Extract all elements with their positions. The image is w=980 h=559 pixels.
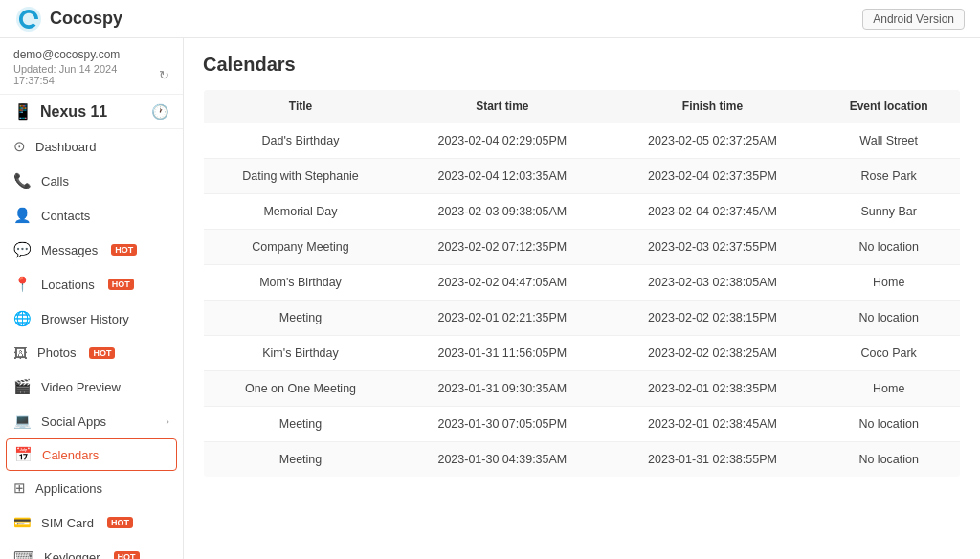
- cell-finish: 2023-02-04 02:37:45AM: [608, 194, 818, 230]
- cell-start: 2023-02-04 12:03:35AM: [397, 159, 608, 194]
- hot-badge: HOT: [108, 279, 134, 290]
- sidebar-label-photos: Photos: [37, 346, 76, 360]
- clock-icon: 🕐: [151, 103, 169, 121]
- calendars-icon: 📅: [14, 446, 33, 463]
- sidebar-item-video-preview[interactable]: 🎬Video Preview: [0, 369, 183, 404]
- sidebar-item-social-apps[interactable]: 💻Social Apps›: [0, 404, 183, 438]
- hot-badge: HOT: [111, 244, 137, 256]
- cell-finish: 2023-01-31 02:38:55PM: [608, 442, 818, 478]
- contacts-icon: 👤: [13, 207, 32, 224]
- cell-finish: 2023-02-03 02:37:55PM: [608, 230, 818, 265]
- sidebar-label-dashboard: Dashboard: [35, 140, 97, 154]
- cell-title: Meeting: [204, 301, 398, 336]
- sidebar-label-locations: Locations: [41, 278, 95, 292]
- table-column-header: Start time: [397, 90, 608, 123]
- table-row: One on One Meeting2023-01-31 09:30:35AM2…: [204, 371, 961, 407]
- sidebar-label-browser-history: Browser History: [41, 312, 129, 326]
- cell-title: Kim's Birthday: [204, 336, 398, 371]
- nav-list: ⊙Dashboard📞Calls👤Contacts💬MessagesHOT📍Lo…: [0, 129, 183, 559]
- calls-icon: 📞: [13, 172, 32, 190]
- android-version-button[interactable]: Android Version: [862, 9, 965, 30]
- page-title: Calendars: [203, 54, 961, 76]
- keylogger-icon: ⌨: [13, 548, 34, 559]
- table-column-header: Finish time: [608, 90, 818, 123]
- cell-title: Dating with Stephanie: [204, 159, 398, 194]
- main-layout: demo@cocospy.com Updated: Jun 14 2024 17…: [0, 38, 980, 559]
- cell-start: 2023-02-02 04:47:05AM: [397, 265, 608, 301]
- cell-title: One on One Meeting: [204, 371, 398, 407]
- cell-location: Coco Park: [817, 336, 960, 371]
- cell-finish: 2023-02-02 02:38:15PM: [608, 301, 818, 336]
- nav-arrow-icon: ›: [166, 415, 169, 427]
- table-header: TitleStart timeFinish timeEvent location: [204, 90, 961, 123]
- content-area: Calendars TitleStart timeFinish timeEven…: [184, 38, 980, 559]
- table-column-header: Title: [204, 90, 398, 123]
- sidebar-item-applications[interactable]: ⊞Applications: [0, 471, 183, 505]
- sidebar-label-video-preview: Video Preview: [41, 380, 121, 394]
- hot-badge: HOT: [89, 347, 115, 359]
- cell-finish: 2023-02-04 02:37:35PM: [608, 159, 818, 194]
- table-row: Mom's Birthday2023-02-02 04:47:05AM2023-…: [204, 265, 961, 301]
- sidebar-label-applications: Applications: [35, 481, 102, 496]
- sidebar-item-calls[interactable]: 📞Calls: [0, 164, 183, 198]
- sidebar-item-sim-card[interactable]: 💳SIM CardHOT: [0, 505, 183, 540]
- messages-icon: 💬: [13, 241, 32, 258]
- cell-title: Meeting: [204, 442, 398, 478]
- sidebar-item-photos[interactable]: 🖼PhotosHOT: [0, 336, 183, 369]
- cell-location: Sunny Bar: [817, 194, 960, 230]
- table-column-header: Event location: [817, 90, 960, 123]
- cell-title: Dad's Birthday: [204, 123, 398, 159]
- cell-start: 2023-01-30 04:39:35AM: [397, 442, 608, 478]
- cell-finish: 2023-02-02 02:38:25AM: [608, 336, 818, 371]
- sidebar-item-calendars[interactable]: 📅Calendars: [6, 438, 177, 471]
- device-name: Nexus 11: [40, 103, 107, 121]
- cell-finish: 2023-02-05 02:37:25AM: [608, 123, 818, 159]
- social-apps-icon: 💻: [13, 413, 32, 430]
- table-row: Meeting2023-01-30 07:05:05PM2023-02-01 0…: [204, 407, 961, 442]
- sidebar-item-browser-history[interactable]: 🌐Browser History: [0, 302, 183, 336]
- cell-finish: 2023-02-01 02:38:35PM: [608, 371, 818, 407]
- sidebar-item-dashboard[interactable]: ⊙Dashboard: [0, 129, 183, 164]
- applications-icon: ⊞: [13, 480, 26, 497]
- cell-title: Mom's Birthday: [204, 265, 398, 301]
- sidebar-label-social-apps: Social Apps: [41, 414, 106, 429]
- sidebar-item-contacts[interactable]: 👤Contacts: [0, 198, 183, 233]
- cell-location: No location: [817, 407, 960, 442]
- video-preview-icon: 🎬: [13, 378, 32, 395]
- sidebar-label-calls: Calls: [41, 174, 69, 189]
- table-row: Dad's Birthday2023-02-04 02:29:05PM2023-…: [204, 123, 961, 159]
- top-bar: Cocospy Android Version: [0, 0, 980, 38]
- cell-start: 2023-01-31 11:56:05PM: [397, 336, 608, 371]
- sidebar-label-sim-card: SIM Card: [41, 516, 94, 530]
- sim-card-icon: 💳: [13, 514, 32, 531]
- user-email: demo@cocospy.com: [13, 48, 169, 61]
- sidebar-item-keylogger[interactable]: ⌨KeyloggerHOT: [0, 540, 183, 559]
- cell-location: Wall Street: [817, 123, 960, 159]
- cell-location: No location: [817, 230, 960, 265]
- cell-finish: 2023-02-03 02:38:05AM: [608, 265, 818, 301]
- cell-location: Home: [817, 371, 960, 407]
- cell-title: Memorial Day: [204, 194, 398, 230]
- cell-title: Company Meeting: [204, 230, 398, 265]
- cell-start: 2023-01-30 07:05:05PM: [397, 407, 608, 442]
- logo-icon: [15, 6, 42, 33]
- device-section: 📱 Nexus 11 🕐: [0, 95, 183, 129]
- sidebar-item-locations[interactable]: 📍LocationsHOT: [0, 267, 183, 302]
- cell-start: 2023-02-03 09:38:05AM: [397, 194, 608, 230]
- cell-finish: 2023-02-01 02:38:45AM: [608, 407, 818, 442]
- table-row: Kim's Birthday2023-01-31 11:56:05PM2023-…: [204, 336, 961, 371]
- refresh-icon[interactable]: ↻: [159, 68, 169, 82]
- cell-title: Meeting: [204, 407, 398, 442]
- cell-start: 2023-02-01 02:21:35PM: [397, 301, 608, 336]
- photos-icon: 🖼: [13, 345, 28, 361]
- dashboard-icon: ⊙: [13, 138, 26, 155]
- table-row: Meeting2023-01-30 04:39:35AM2023-01-31 0…: [204, 442, 961, 478]
- sidebar-label-keylogger: Keylogger: [44, 550, 100, 560]
- hot-badge: HOT: [114, 551, 140, 559]
- sidebar-item-messages[interactable]: 💬MessagesHOT: [0, 233, 183, 267]
- cell-start: 2023-02-04 02:29:05PM: [397, 123, 608, 159]
- browser-history-icon: 🌐: [13, 310, 32, 327]
- table-row: Meeting2023-02-01 02:21:35PM2023-02-02 0…: [204, 301, 961, 336]
- cell-location: No location: [817, 442, 960, 478]
- table-row: Memorial Day2023-02-03 09:38:05AM2023-02…: [204, 194, 961, 230]
